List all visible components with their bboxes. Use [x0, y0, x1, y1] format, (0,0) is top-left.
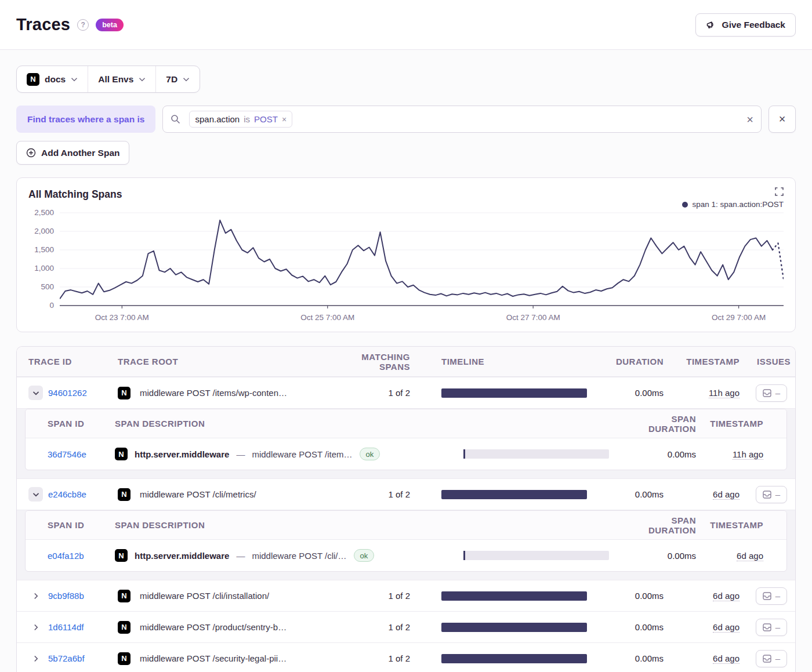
issues-button[interactable]: –	[756, 587, 787, 605]
help-icon[interactable]: ?	[77, 19, 89, 31]
token-remove-icon[interactable]: ×	[282, 115, 287, 123]
span-timeline-bar[interactable]	[463, 551, 609, 560]
chart-x-axis: Oct 23 7:00 AM Oct 25 7:00 AM Oct 27 7:0…	[60, 308, 784, 326]
beta-badge: beta	[96, 19, 124, 31]
trace-id-link[interactable]: 94601262	[48, 388, 87, 398]
trace-root-label: middleware POST /cli/installation/	[140, 591, 269, 601]
trace-id-link[interactable]: 1d6114df	[48, 622, 84, 632]
remove-span-filter-button[interactable]: ×	[768, 106, 796, 133]
plus-circle-icon	[26, 148, 36, 158]
spans-line-chart[interactable]	[60, 210, 784, 308]
chart-y-axis: 2,500 2,000 1,500 1,000 500 0	[28, 210, 60, 308]
timeline-bar[interactable]	[441, 591, 587, 601]
trace-id-link[interactable]: 9cb9f88b	[48, 591, 84, 601]
timestamp-value[interactable]: 6d ago	[737, 551, 763, 561]
timestamp-value[interactable]: 6d ago	[713, 653, 740, 664]
nextjs-icon: N	[118, 387, 130, 399]
timeline-bar[interactable]	[441, 654, 587, 663]
token-operator: is	[244, 114, 250, 124]
span-id-link[interactable]: 36d7546e	[48, 449, 86, 459]
span-status-badge: ok	[354, 549, 375, 562]
search-icon	[171, 114, 180, 124]
collapse-chevron-icon[interactable]	[28, 487, 43, 502]
nextjs-icon: N	[115, 448, 128, 460]
legend-dot-icon	[682, 202, 688, 208]
nextjs-icon: N	[118, 590, 130, 602]
timeline-bar[interactable]	[441, 490, 587, 499]
span-table-header-row: SPAN ID SPAN DESCRIPTION SPAN DURATION T…	[26, 409, 786, 438]
nextjs-icon: N	[27, 73, 39, 86]
span-query-row: Find traces where a span is span.action …	[16, 106, 796, 133]
matching-spans-count: 1 of 2	[349, 653, 418, 663]
chart-title: All Matching Spans	[28, 187, 122, 201]
issues-button[interactable]: –	[756, 384, 787, 402]
nextjs-icon: N	[118, 621, 130, 634]
timestamp-value[interactable]: 6d ago	[713, 591, 740, 601]
clear-search-icon[interactable]: ×	[746, 114, 753, 125]
token-value: POST	[254, 114, 278, 124]
span-op-label: http.server.middleware	[135, 551, 229, 561]
trace-root-label: middleware POST /cli/metrics/	[140, 489, 256, 499]
project-filter[interactable]: N docs	[17, 66, 88, 92]
span-description-label: middleware POST /item…	[252, 449, 352, 459]
expanded-spans-panel: SPAN ID SPAN DESCRIPTION SPAN DURATION T…	[17, 408, 795, 478]
expand-chevron-icon[interactable]	[28, 624, 43, 631]
trace-root-label: middleware POST /items/wp-conten…	[140, 388, 287, 398]
duration-value: 0.00ms	[612, 622, 676, 632]
trace-row: 9cb9f88b N middleware POST /cli/installa…	[17, 580, 795, 611]
chevron-down-icon	[71, 77, 78, 82]
issues-inbox-icon	[763, 491, 771, 499]
all-matching-spans-panel: All Matching Spans span 1: span.action:P…	[16, 177, 796, 332]
give-feedback-button[interactable]: Give Feedback	[695, 13, 796, 37]
add-another-span-button[interactable]: Add Another Span	[16, 141, 129, 165]
timeline-bar[interactable]	[441, 623, 587, 632]
environment-filter[interactable]: All Envs	[88, 66, 155, 92]
duration-value: 0.00ms	[612, 653, 676, 663]
token-key: span.action	[195, 114, 240, 124]
fullscreen-icon[interactable]	[775, 187, 784, 196]
span-description-label: middleware POST /cli/…	[252, 551, 346, 561]
span-search-input[interactable]: span.action is POST × ×	[162, 106, 762, 133]
issues-inbox-icon	[763, 623, 771, 631]
matching-spans-count: 1 of 2	[349, 591, 418, 601]
span-table-header-row: SPAN ID SPAN DESCRIPTION SPAN DURATION T…	[26, 511, 786, 540]
trace-row: 5b72a6bf N middleware POST /security-leg…	[17, 642, 795, 672]
timestamp-value[interactable]: 6d ago	[713, 489, 740, 500]
chevron-down-icon	[139, 77, 146, 82]
traces-table: TRACE ID TRACE ROOT MATCHING SPANS TIMEL…	[16, 346, 796, 672]
trace-row: 94601262 N middleware POST /items/wp-con…	[17, 377, 795, 408]
trace-id-link[interactable]: 5b72a6bf	[48, 653, 85, 663]
filter-token[interactable]: span.action is POST ×	[189, 111, 292, 128]
span-timeline-bar[interactable]	[463, 449, 609, 459]
expand-chevron-icon[interactable]	[28, 593, 43, 600]
timeline-bar[interactable]	[441, 388, 587, 398]
span-row: e04fa12b N http.server.middleware — midd…	[26, 540, 786, 571]
nextjs-icon: N	[118, 652, 130, 665]
span-duration-value: 0.00ms	[635, 551, 698, 561]
span-op-label: http.server.middleware	[135, 449, 229, 459]
issues-button[interactable]: –	[756, 650, 787, 667]
page-header: Traces ? beta Give Feedback	[0, 0, 812, 50]
duration-value: 0.00ms	[612, 489, 676, 499]
trace-root-label: middleware POST /product/sentry-b…	[140, 622, 287, 632]
issues-inbox-icon	[763, 655, 771, 663]
trace-id-link[interactable]: e246cb8e	[48, 489, 86, 499]
span-duration-value: 0.00ms	[635, 449, 698, 459]
span-row: 36d7546e N http.server.middleware — midd…	[26, 438, 786, 470]
matching-spans-count: 1 of 2	[349, 622, 418, 632]
span-id-link[interactable]: e04fa12b	[48, 551, 84, 561]
chevron-down-icon	[183, 77, 190, 82]
table-header-row: TRACE ID TRACE ROOT MATCHING SPANS TIMEL…	[17, 347, 795, 377]
duration-value: 0.00ms	[612, 388, 676, 398]
timestamp-value[interactable]: 11h ago	[709, 388, 740, 398]
chart-legend: span 1: span.action:POST	[682, 200, 784, 209]
date-range-filter[interactable]: 7D	[155, 66, 200, 92]
issues-button[interactable]: –	[756, 486, 787, 503]
collapse-chevron-icon[interactable]	[28, 386, 43, 400]
issues-button[interactable]: –	[756, 619, 787, 636]
trace-root-label: middleware POST /security-legal-pii…	[140, 653, 287, 663]
matching-spans-count: 1 of 2	[349, 489, 418, 499]
expand-chevron-icon[interactable]	[28, 655, 43, 662]
timestamp-value[interactable]: 11h ago	[733, 449, 763, 460]
timestamp-value[interactable]: 6d ago	[713, 622, 740, 633]
